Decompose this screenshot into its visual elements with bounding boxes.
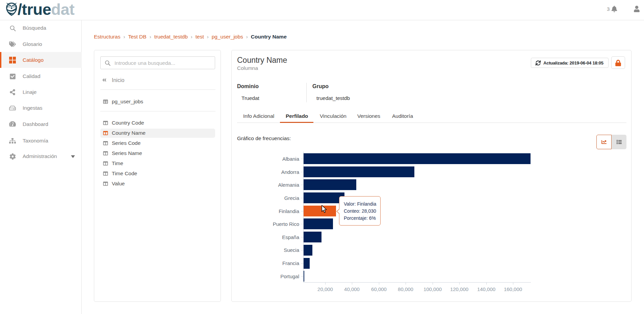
- svg-text:/truedat: /truedat: [18, 0, 75, 18]
